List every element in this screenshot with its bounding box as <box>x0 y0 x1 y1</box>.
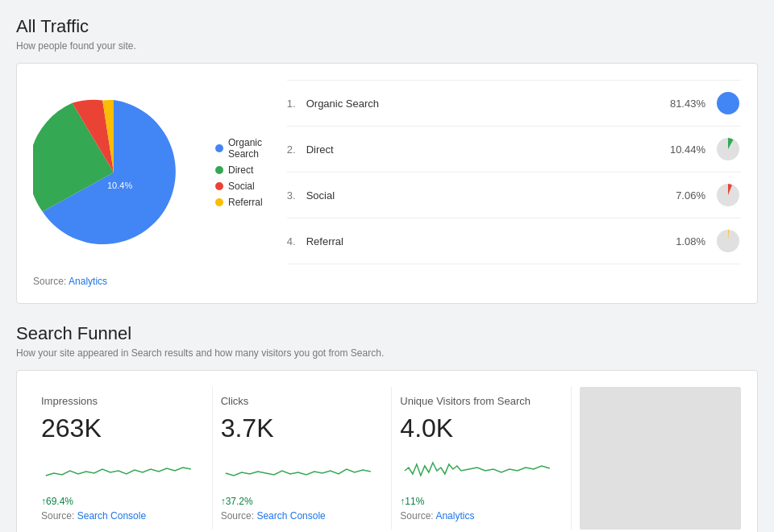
row-name: Organic Search <box>306 98 670 110</box>
search-console-link-1[interactable]: Search Console <box>77 510 146 522</box>
legend-referral: Referral <box>215 197 263 208</box>
funnel-image-placeholder <box>580 387 741 530</box>
row-pct: 7.06% <box>676 189 705 202</box>
svg-text:81.4%: 81.4% <box>152 223 182 235</box>
clicks-label: Clicks <box>221 395 376 407</box>
legend-dot-social <box>215 182 223 190</box>
visitors-sparkline <box>400 453 555 485</box>
funnel-inner: Impressions 263K ↑69.4% Source: Search C… <box>33 387 741 530</box>
traffic-card-inner: 81.4% 10.4% OrganicSearch Direct <box>33 80 741 264</box>
impressions-sparkline <box>41 453 196 485</box>
all-traffic-card: 81.4% 10.4% OrganicSearch Direct <box>16 63 758 304</box>
visitors-change: ↑11% <box>400 496 555 507</box>
row-num: 2. <box>287 143 306 156</box>
row-num: 1. <box>287 98 306 110</box>
legend-label-direct: Direct <box>228 164 253 176</box>
table-row: 3. Social 7.06% <box>287 172 741 218</box>
table-row: 1. Organic Search 81.43% <box>287 80 741 127</box>
clicks-source: Source: Search Console <box>221 510 376 522</box>
legend-dot-direct <box>215 166 223 174</box>
row-name: Social <box>306 189 676 202</box>
source-prefix: Source: <box>400 510 435 522</box>
table-row: 4. Referral 1.08% <box>287 218 741 264</box>
source-prefix: Source: <box>41 510 77 522</box>
analytics-link-2[interactable]: Analytics <box>435 510 474 522</box>
legend-social: Social <box>215 181 263 192</box>
all-traffic-section: All Traffic How people found your site. <box>16 16 758 304</box>
search-console-link-2[interactable]: Search Console <box>256 510 325 522</box>
clicks-value: 3.7K <box>221 414 376 443</box>
funnel-metric-impressions: Impressions 263K ↑69.4% Source: Search C… <box>33 387 213 530</box>
row-num: 3. <box>287 189 306 202</box>
visitors-source: Source: Analytics <box>400 510 555 522</box>
all-traffic-source: Source: Analytics <box>33 276 741 287</box>
impressions-change: ↑69.4% <box>41 496 196 507</box>
funnel-metric-visitors: Unique Visitors from Search 4.0K ↑11% So… <box>392 387 572 530</box>
legend-direct: Direct <box>215 164 263 176</box>
row-pct: 1.08% <box>676 235 705 247</box>
funnel-metric-clicks: Clicks 3.7K ↑37.2% Source: Search Consol… <box>213 387 393 530</box>
clicks-sparkline <box>221 453 376 485</box>
legend-label-social: Social <box>228 181 255 192</box>
impressions-value: 263K <box>41 414 196 443</box>
svg-text:10.4%: 10.4% <box>107 181 132 190</box>
impressions-label: Impressions <box>41 395 196 407</box>
search-funnel-card: Impressions 263K ↑69.4% Source: Search C… <box>16 370 758 532</box>
pie-legend: OrganicSearch Direct Social Referral <box>215 137 263 208</box>
row-num: 4. <box>287 235 306 247</box>
legend-organic: OrganicSearch <box>215 137 263 160</box>
search-funnel-section: Search Funnel How your site appeared in … <box>16 323 758 532</box>
impressions-source: Source: Search Console <box>41 510 196 522</box>
row-name: Referral <box>306 235 676 247</box>
clicks-change: ↑37.2% <box>221 496 376 507</box>
visitors-label: Unique Visitors from Search <box>400 395 555 407</box>
pie-chart: 81.4% 10.4% <box>33 92 194 253</box>
legend-dot-organic <box>215 144 223 152</box>
table-row: 2. Direct 10.44% <box>287 127 741 172</box>
legend-dot-referral <box>215 198 223 206</box>
all-traffic-title: All Traffic <box>16 16 758 37</box>
visitors-value: 4.0K <box>400 414 555 443</box>
all-traffic-subtitle: How people found your site. <box>16 40 758 52</box>
row-name: Direct <box>306 143 670 156</box>
row-pct: 10.44% <box>670 143 705 156</box>
mini-pie-referral <box>715 228 741 254</box>
mini-pie-social <box>715 182 741 208</box>
legend-label-organic: OrganicSearch <box>228 137 262 160</box>
traffic-table: 1. Organic Search 81.43% 2. Direct 10.44… <box>287 80 741 264</box>
row-pct: 81.43% <box>670 98 705 110</box>
mini-pie-organic <box>715 90 741 116</box>
source-prefix: Source: <box>33 276 69 287</box>
legend-label-referral: Referral <box>228 197 263 208</box>
source-prefix: Source: <box>221 510 257 522</box>
funnel-title: Search Funnel <box>16 323 758 344</box>
analytics-link[interactable]: Analytics <box>69 276 107 287</box>
mini-pie-direct <box>715 136 741 162</box>
funnel-subtitle: How your site appeared in Search results… <box>16 347 758 359</box>
